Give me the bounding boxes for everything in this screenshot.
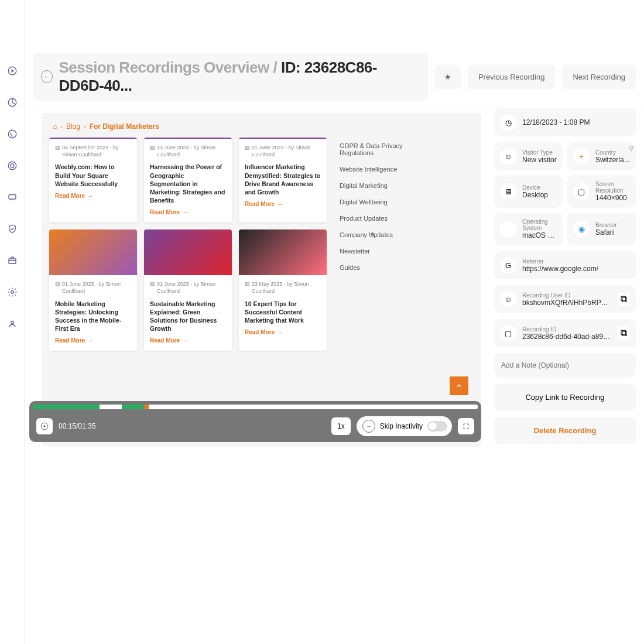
recorded-cursor-icon: ↖ bbox=[370, 230, 377, 239]
home-icon[interactable]: ⌂ bbox=[53, 122, 57, 131]
nav-briefcase-icon[interactable] bbox=[6, 254, 19, 267]
favorite-button[interactable]: ★ bbox=[435, 64, 461, 90]
nav-user-icon[interactable] bbox=[6, 317, 19, 330]
nav-funnel-icon[interactable] bbox=[6, 128, 19, 141]
value: 23628c86-dd6d-40ad-a893-ef4c478ba6... bbox=[522, 333, 611, 341]
card-meta: ▤ 01 June 2023 - by Simon Coulthard bbox=[245, 145, 321, 158]
blog-card[interactable]: ▤ 13 June 2023 - by Simon CoulthardHarne… bbox=[144, 138, 232, 222]
read-more-link[interactable]: Read More → bbox=[150, 337, 226, 344]
category-item[interactable]: Website Intelligence bbox=[340, 161, 422, 177]
back-button[interactable]: ← bbox=[41, 70, 53, 83]
time-display: 00:15/01:35 bbox=[59, 422, 326, 430]
play-button[interactable] bbox=[36, 418, 53, 434]
card-meta: ▤ 01 June 2023 - by Simon Coulthard bbox=[55, 281, 131, 294]
card-title: 10 Expert Tips for Successful Content Ma… bbox=[245, 300, 321, 325]
user-icon: ☺ bbox=[500, 148, 516, 165]
category-item[interactable]: Digital Wellbeing bbox=[340, 194, 422, 210]
value: https://www.google.com/ bbox=[522, 265, 630, 273]
breadcrumb-current: For Digital Marketers bbox=[90, 122, 159, 131]
delete-recording-button[interactable]: Delete Recording bbox=[494, 417, 636, 444]
categories-list: GDPR & Data Privacy RegulationsWebsite I… bbox=[340, 138, 422, 351]
copy-link-button[interactable]: Copy Link to Recording bbox=[494, 383, 636, 411]
nav-play-icon[interactable] bbox=[6, 64, 19, 77]
previous-recording-button[interactable]: Previous Recording bbox=[468, 64, 555, 90]
nav-feedback-icon[interactable] bbox=[6, 191, 19, 204]
card-title: Harnessing the Power of Geographic Segme… bbox=[150, 163, 226, 204]
arrow-right-icon: → bbox=[277, 329, 283, 335]
arrow-right-icon: → bbox=[182, 209, 188, 215]
category-item[interactable]: Guides bbox=[340, 259, 422, 276]
blog-card[interactable]: ▤ 01 June 2023 - by Simon CoulthardInflu… bbox=[239, 138, 327, 222]
timeline-scrubber[interactable] bbox=[33, 405, 478, 409]
copy-user-id-button[interactable]: ⧉ bbox=[617, 293, 630, 306]
card-thumbnail bbox=[144, 229, 232, 275]
svg-point-4 bbox=[8, 162, 16, 170]
country-card: + Country Switzerla... ⚲ bbox=[567, 142, 636, 170]
copy-recording-id-button[interactable]: ⧉ bbox=[617, 327, 630, 340]
read-more-link[interactable]: Read More → bbox=[150, 209, 226, 215]
timestamp-value: 12/18/2023 - 1:08 PM bbox=[522, 118, 630, 126]
read-more-link[interactable]: Read More → bbox=[245, 201, 321, 207]
card-title: Sustainable Marketing Explained: Green S… bbox=[150, 300, 226, 333]
read-more-link[interactable]: Read More → bbox=[55, 193, 131, 199]
safari-icon: ◉ bbox=[573, 221, 590, 237]
add-note-input[interactable] bbox=[494, 353, 636, 378]
card-thumbnail bbox=[239, 229, 327, 275]
blog-card[interactable]: ▤ 04 September 2023 - by Simon Coulthard… bbox=[49, 138, 137, 222]
category-item[interactable]: Digital Marketing bbox=[340, 177, 422, 194]
category-item[interactable]: Company Updates bbox=[340, 227, 422, 243]
category-item[interactable]: GDPR & Data Privacy Regulations bbox=[340, 138, 422, 161]
playback-speed-button[interactable]: 1x bbox=[331, 417, 351, 435]
flag-icon: + bbox=[573, 148, 590, 165]
chevron-right-icon: › bbox=[84, 123, 86, 130]
svg-marker-1 bbox=[11, 69, 14, 73]
nav-settings-icon[interactable] bbox=[6, 286, 19, 299]
card-title: Influencer Marketing Demystified: Strate… bbox=[245, 163, 321, 196]
page-title: Session Recordings Overview / ID: 23628C… bbox=[59, 59, 420, 95]
label: Device bbox=[522, 184, 557, 191]
nav-target-icon[interactable] bbox=[6, 159, 19, 172]
card-title: Mobile Marketing Strategies: Unlocking S… bbox=[55, 300, 131, 333]
arrow-right-icon: → bbox=[87, 193, 93, 199]
next-recording-button[interactable]: Next Recording bbox=[562, 64, 636, 90]
browser-card: ◉ Browser Safari bbox=[567, 213, 636, 245]
blog-card[interactable]: ▤ 23 May 2023 - by Simon Coulthard10 Exp… bbox=[239, 229, 327, 351]
breadcrumb: ⌂ › Blog › For Digital Marketers bbox=[49, 120, 474, 138]
label: Browser bbox=[595, 222, 630, 228]
read-more-link[interactable]: Read More → bbox=[245, 329, 321, 335]
svg-point-8 bbox=[11, 291, 13, 294]
skip-inactivity-toggle[interactable] bbox=[427, 421, 447, 431]
details-panel: ◷ 12/18/2023 - 1:08 PM ☺ Visitor Type Ne… bbox=[486, 108, 644, 644]
calendar-icon: ▤ bbox=[245, 145, 250, 158]
blog-card[interactable]: ▤ 01 June 2023 - by Simon CoulthardSusta… bbox=[144, 229, 232, 351]
recording-viewport: ⌂ › Blog › For Digital Marketers ▤ 04 Se… bbox=[25, 108, 486, 644]
category-item[interactable]: Newsletter bbox=[340, 243, 422, 259]
desktop-icon: 🖥 bbox=[500, 183, 516, 200]
nav-shield-icon[interactable] bbox=[6, 222, 19, 235]
scroll-to-top-button[interactable] bbox=[450, 376, 468, 395]
resolution-card: ▢ Screen Resolution 1440×900 bbox=[567, 175, 636, 208]
card-meta: ▤ 23 May 2023 - by Simon Coulthard bbox=[245, 281, 321, 294]
arrow-right-icon: → bbox=[277, 201, 283, 207]
value: New visitor bbox=[522, 156, 557, 164]
fullscreen-button[interactable] bbox=[458, 418, 474, 434]
read-more-link[interactable]: Read More → bbox=[55, 337, 131, 344]
minus-icon[interactable]: − bbox=[362, 420, 375, 433]
screen-icon: ▢ bbox=[573, 183, 590, 200]
card-title: Weebly.com: How to Build Your Square Web… bbox=[55, 163, 131, 188]
category-item[interactable]: Product Updates bbox=[340, 210, 422, 227]
label: Recording ID bbox=[522, 326, 611, 333]
svg-point-5 bbox=[11, 164, 14, 167]
device-card: 🖥 Device Desktop bbox=[494, 175, 563, 208]
breadcrumb-blog[interactable]: Blog bbox=[66, 122, 80, 131]
blog-card[interactable]: ▤ 01 June 2023 - by Simon CoulthardMobil… bbox=[49, 229, 137, 351]
sidebar-nav bbox=[0, 0, 25, 644]
chevron-right-icon: › bbox=[60, 123, 63, 130]
label: Visitor Type bbox=[522, 149, 557, 156]
clock-icon: ◷ bbox=[500, 114, 516, 131]
svg-point-9 bbox=[11, 321, 13, 324]
nav-chart-icon[interactable] bbox=[6, 96, 19, 109]
value: bkshovmXQfRAlHhPbRPdJZlj32NSOAPrXk... bbox=[522, 299, 611, 307]
skip-inactivity-control: − Skip Inactivity bbox=[357, 416, 452, 436]
card-meta: ▤ 13 June 2023 - by Simon Coulthard bbox=[150, 145, 226, 158]
